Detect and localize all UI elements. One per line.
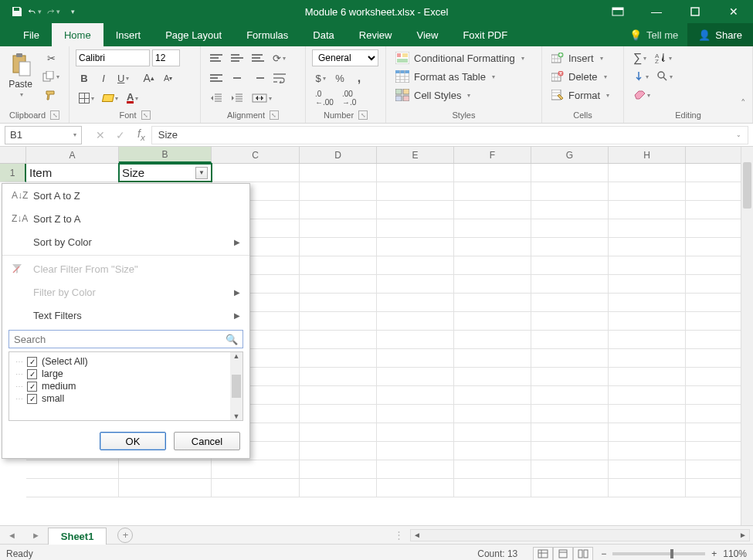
zoom-slider[interactable] <box>612 552 705 555</box>
align-middle-icon[interactable] <box>228 49 246 66</box>
align-bottom-icon[interactable] <box>249 49 267 66</box>
checkbox-icon[interactable]: ✓ <box>27 394 37 404</box>
format-cells-button[interactable]: Format▾ <box>548 87 612 104</box>
expand-formula-bar-icon[interactable]: ⌄ <box>734 131 741 138</box>
cell-E11[interactable] <box>377 349 454 367</box>
tab-file[interactable]: File <box>11 23 52 46</box>
close-icon[interactable]: ✕ <box>714 0 753 23</box>
filter-item-small[interactable]: ⋯✓small <box>11 392 241 405</box>
cell-E1[interactable] <box>377 164 454 182</box>
filter-item-large[interactable]: ⋯✓large <box>11 368 241 380</box>
cell-E16[interactable] <box>377 442 454 460</box>
cell-H17[interactable] <box>609 460 686 478</box>
cell-E12[interactable] <box>377 368 454 385</box>
column-header-C[interactable]: C <box>212 147 300 163</box>
cell-E14[interactable] <box>377 405 454 423</box>
save-icon[interactable] <box>9 4 25 19</box>
cell-C1[interactable] <box>212 164 300 182</box>
fill-color-icon[interactable]: ▾ <box>100 90 121 107</box>
vertical-scrollbar[interactable] <box>741 147 753 525</box>
bold-button[interactable]: B <box>76 70 93 87</box>
copy-icon[interactable]: ▾ <box>39 68 63 85</box>
font-size-combo[interactable] <box>152 49 180 66</box>
tab-home[interactable]: Home <box>52 23 103 46</box>
cell-styles-button[interactable]: Cell Styles▾ <box>392 87 527 104</box>
align-center-icon[interactable] <box>228 70 246 87</box>
cell-H8[interactable] <box>609 294 686 311</box>
cell-F16[interactable] <box>454 442 531 460</box>
decrease-decimal-icon[interactable]: .00→.0 <box>339 90 359 107</box>
cell-E5[interactable] <box>377 238 454 256</box>
cell-B17[interactable] <box>119 460 212 478</box>
wrap-text-icon[interactable] <box>270 70 290 87</box>
cell-H3[interactable] <box>609 201 686 219</box>
cell-G12[interactable] <box>531 368 609 385</box>
cell-G9[interactable] <box>531 312 609 330</box>
increase-decimal-icon[interactable]: .0←.00 <box>312 90 337 107</box>
cell-E6[interactable] <box>377 256 454 274</box>
cell-E4[interactable] <box>377 219 454 237</box>
cell-F5[interactable] <box>454 238 531 256</box>
cell-F11[interactable] <box>454 349 531 367</box>
collapse-ribbon-icon[interactable]: ˄ <box>741 97 746 109</box>
cell-D6[interactable] <box>300 256 377 274</box>
fill-icon[interactable]: ▾ <box>630 68 652 85</box>
filter-checklist[interactable]: ⋯✓(Select All) ⋯✓large ⋯✓medium ⋯✓small … <box>8 351 243 421</box>
find-select-icon[interactable]: ▾ <box>654 68 676 85</box>
conditional-formatting-button[interactable]: Conditional Formatting▾ <box>392 49 527 66</box>
cell-D17[interactable] <box>300 460 377 478</box>
percent-button[interactable]: % <box>331 70 348 87</box>
filter-item-select-all[interactable]: ⋯✓(Select All) <box>11 355 241 368</box>
cell-F6[interactable] <box>454 256 531 274</box>
cell-H4[interactable] <box>609 219 686 237</box>
cell-E7[interactable] <box>377 275 454 293</box>
cell-D12[interactable] <box>300 368 377 385</box>
increase-indent-icon[interactable] <box>228 90 246 107</box>
cell-G7[interactable] <box>531 275 609 293</box>
zoom-level[interactable]: 110% <box>723 548 747 559</box>
format-as-table-button[interactable]: Format as Table▾ <box>392 68 527 85</box>
cell-A18[interactable] <box>26 479 119 497</box>
minimize-icon[interactable]: — <box>637 0 676 23</box>
cell-G16[interactable] <box>531 442 609 460</box>
font-color-icon[interactable]: A▾ <box>124 90 141 107</box>
cell-F17[interactable] <box>454 460 531 478</box>
cell-E3[interactable] <box>377 201 454 219</box>
cell-F2[interactable] <box>454 182 531 200</box>
filter-item-medium[interactable]: ⋯✓medium <box>11 380 241 392</box>
cell-E10[interactable] <box>377 331 454 348</box>
orientation-icon[interactable]: ⟳▾ <box>270 49 289 66</box>
cell-H11[interactable] <box>609 349 686 367</box>
column-header-F[interactable]: F <box>454 147 531 163</box>
cell-F15[interactable] <box>454 423 531 441</box>
cell-D3[interactable] <box>300 201 377 219</box>
enter-formula-icon[interactable]: ✓ <box>116 129 125 141</box>
cell-D14[interactable] <box>300 405 377 423</box>
filter-search[interactable]: 🔍 <box>8 330 243 348</box>
tab-insert[interactable]: Insert <box>103 23 154 46</box>
cell-F3[interactable] <box>454 201 531 219</box>
cell-F8[interactable] <box>454 294 531 311</box>
cell-H6[interactable] <box>609 256 686 274</box>
cell-H1[interactable] <box>609 164 686 182</box>
cell-A17[interactable] <box>26 460 119 478</box>
cell-D13[interactable] <box>300 386 377 404</box>
sheet-tab-sheet1[interactable]: Sheet1 <box>48 528 107 545</box>
format-painter-icon[interactable] <box>39 87 63 104</box>
shrink-font-icon[interactable]: A▾ <box>160 70 177 87</box>
autosum-icon[interactable]: ∑▾ <box>630 49 650 66</box>
cell-C17[interactable] <box>212 460 300 478</box>
cut-icon[interactable]: ✂ <box>39 49 63 66</box>
column-header-D[interactable]: D <box>300 147 377 163</box>
column-header-H[interactable]: H <box>609 147 686 163</box>
split-handle-icon[interactable]: ⋮ <box>388 529 410 541</box>
cell-F14[interactable] <box>454 405 531 423</box>
cell-E9[interactable] <box>377 312 454 330</box>
cell-A1[interactable]: Item <box>26 164 119 182</box>
cell-H16[interactable] <box>609 442 686 460</box>
align-right-icon[interactable] <box>249 70 267 87</box>
customize-qat-icon[interactable]: ▾ <box>65 4 80 19</box>
cell-D7[interactable] <box>300 275 377 293</box>
cell-D1[interactable] <box>300 164 377 182</box>
cell-D10[interactable] <box>300 331 377 348</box>
